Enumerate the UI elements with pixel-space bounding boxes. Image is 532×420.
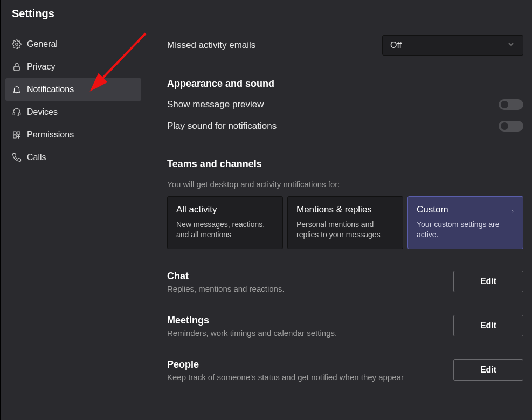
svg-rect-6 (13, 135, 16, 138)
chat-subtext: Replies, mentions and reactions. (167, 284, 443, 293)
option-title: Mentions & replies (296, 204, 394, 215)
sidebar-item-permissions[interactable]: Permissions (5, 123, 141, 146)
sidebar-item-label: Privacy (27, 62, 55, 72)
meetings-section: Meetings Reminders, work timings and cal… (167, 315, 523, 338)
option-all-activity[interactable]: All activity New messages, reactions, an… (167, 196, 283, 249)
option-desc: Your custom settings are active. (417, 219, 514, 240)
missed-activity-row: Missed activity emails Off (167, 35, 523, 56)
sidebar-item-label: Calls (27, 153, 46, 162)
option-title: Custom (417, 204, 514, 215)
people-section: People Keep track of someone's status an… (167, 359, 523, 382)
option-mentions-replies[interactable]: Mentions & replies Personal mentions and… (287, 196, 403, 249)
option-custom[interactable]: Custom Your custom settings are active. (407, 196, 523, 249)
play-sound-toggle[interactable] (499, 121, 523, 132)
missed-activity-dropdown[interactable]: Off (382, 35, 523, 56)
page-title: Settings (1, 0, 532, 23)
sidebar-item-general[interactable]: General (5, 33, 141, 56)
play-sound-label: Play sound for notifications (167, 121, 277, 132)
settings-layout: General Privacy Notifications Devices Pe… (1, 23, 532, 419)
settings-sidebar: General Privacy Notifications Devices Pe… (1, 23, 146, 419)
sidebar-item-notifications[interactable]: Notifications (5, 78, 141, 101)
lock-icon (12, 62, 27, 72)
play-sound-row: Play sound for notifications (167, 121, 523, 132)
settings-main: Missed activity emails Off Appearance an… (146, 23, 532, 419)
sidebar-item-calls[interactable]: Calls (5, 146, 141, 169)
grid-icon (12, 130, 27, 140)
svg-rect-4 (13, 132, 16, 134)
chat-edit-button[interactable]: Edit (453, 271, 523, 292)
dropdown-value: Off (390, 40, 402, 50)
svg-rect-1 (14, 66, 20, 71)
headset-icon (12, 107, 27, 117)
meetings-subtext: Reminders, work timings and calendar set… (167, 328, 443, 338)
svg-rect-5 (17, 132, 20, 134)
missed-activity-label: Missed activity emails (167, 40, 255, 51)
sidebar-item-devices[interactable]: Devices (5, 101, 141, 123)
svg-rect-3 (19, 113, 20, 115)
teams-channels-options: All activity New messages, reactions, an… (167, 196, 523, 249)
teams-channels-heading: Teams and channels (167, 159, 523, 170)
sidebar-item-privacy[interactable]: Privacy (5, 56, 141, 78)
chat-section: Chat Replies, mentions and reactions. Ed… (167, 271, 523, 293)
sidebar-item-label: Devices (27, 107, 58, 117)
gear-icon (12, 39, 27, 49)
people-subtext: Keep track of someone's status and get n… (167, 373, 443, 382)
option-title: All activity (176, 204, 274, 215)
show-preview-toggle[interactable] (499, 99, 523, 110)
option-desc: New messages, reactions, and all mention… (176, 219, 274, 240)
people-edit-button[interactable]: Edit (453, 359, 523, 381)
svg-rect-2 (13, 113, 15, 115)
meetings-edit-button[interactable]: Edit (453, 315, 523, 336)
teams-channels-subtext: You will get desktop and activity notifi… (167, 180, 523, 189)
sidebar-item-label: General (27, 39, 58, 49)
people-title: People (167, 359, 443, 370)
bell-icon (12, 85, 27, 94)
chat-title: Chat (167, 271, 443, 282)
appearance-heading: Appearance and sound (167, 78, 523, 89)
meetings-title: Meetings (167, 315, 443, 326)
option-desc: Personal mentions and replies to your me… (296, 219, 394, 240)
show-preview-row: Show message preview (167, 99, 523, 110)
chevron-down-icon (507, 40, 515, 51)
sidebar-item-label: Notifications (27, 85, 74, 94)
chevron-right-icon (510, 208, 515, 217)
svg-point-0 (16, 43, 18, 46)
sidebar-item-label: Permissions (27, 130, 74, 140)
show-preview-label: Show message preview (167, 99, 264, 110)
phone-icon (12, 153, 27, 162)
